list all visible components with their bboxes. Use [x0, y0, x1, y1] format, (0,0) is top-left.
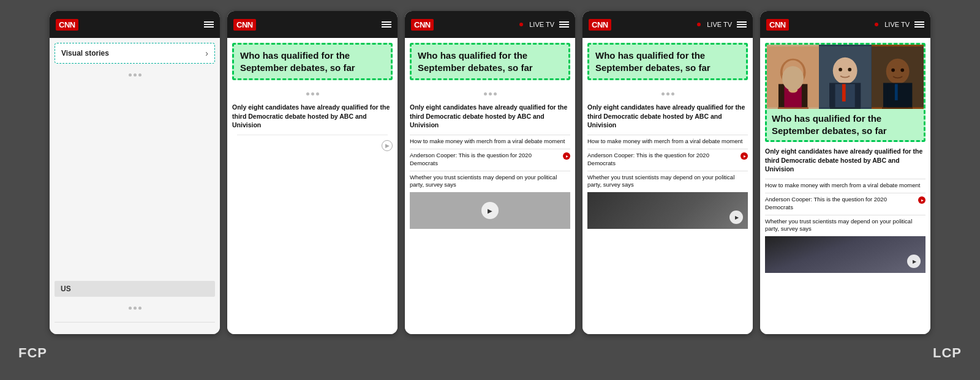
phone-frame-2: CNN Who has qualified for the September …	[227, 11, 398, 334]
article-link-3-1[interactable]: How to make money with merch from a vira…	[410, 138, 570, 146]
cnn-logo-2: CNN	[233, 19, 256, 31]
svg-point-21	[900, 69, 904, 72]
main-article-text-5: Only eight candidates have already quali…	[765, 147, 925, 174]
cnn-header-5: CNN LIVE TV	[760, 11, 930, 38]
article-link-4-1[interactable]: How to make money with merch from a vira…	[587, 138, 748, 146]
svg-point-4	[786, 69, 790, 73]
article-link-5-2[interactable]: Anderson Cooper: This is the question fo…	[765, 196, 925, 212]
divider-4b	[587, 149, 748, 149]
divider-3c	[410, 171, 570, 171]
article-body-3: Only eight candidates have already quali…	[405, 83, 575, 334]
visual-stories-bar[interactable]: Visual stories ›	[55, 43, 215, 64]
header-right-4: LIVE TV	[697, 21, 747, 28]
phone-frame-3: CNN LIVE TV Who has qualified for the Se…	[405, 11, 575, 334]
video-play-button-5[interactable]	[907, 255, 921, 268]
live-tv-label-3: LIVE TV	[529, 21, 554, 28]
svg-point-13	[848, 68, 852, 72]
hamburger-menu-5[interactable]	[914, 21, 924, 28]
cnn-logo-4: CNN	[589, 19, 611, 31]
headline-box-3: Who has qualified for the September deba…	[410, 43, 570, 80]
play-icon-3	[563, 152, 570, 160]
link-text-3-3: Whether you trust scientists may depend …	[410, 174, 570, 190]
headline-text-2: Who has qualified for the September deba…	[240, 50, 385, 73]
headline-text-4: Who has qualified for the September deba…	[595, 50, 740, 73]
labels-row: FCP LCP	[0, 339, 980, 367]
svg-rect-15	[842, 84, 846, 101]
headline-text-3: Who has qualified for the September deba…	[418, 50, 562, 73]
header-right-5: LIVE TV	[875, 21, 924, 28]
article-link-3-2[interactable]: Anderson Cooper: This is the question fo…	[410, 152, 570, 168]
article-link-5-1[interactable]: How to make money with merch from a vira…	[765, 182, 925, 190]
play-icon-5	[918, 196, 925, 204]
cnn-header-3: CNN LIVE TV	[405, 11, 575, 38]
hamburger-menu-2[interactable]	[382, 21, 391, 28]
link-text-5-1: How to make money with merch from a vira…	[765, 182, 920, 190]
separator-2	[237, 135, 388, 135]
link-text-5-3: Whether you trust scientists may depend …	[765, 218, 925, 234]
visual-stories-label: Visual stories	[61, 49, 109, 58]
play-icon-4	[741, 152, 748, 160]
article-body-2: Only eight candidates have already quali…	[227, 83, 398, 334]
divider-5c	[765, 215, 925, 215]
phone-content-1: Visual stories › US	[50, 38, 220, 334]
us-section-label: US	[55, 281, 215, 297]
candidate-image	[767, 45, 924, 109]
hamburger-menu-1[interactable]	[204, 21, 214, 28]
video-play-button-4[interactable]	[729, 210, 743, 224]
svg-point-12	[839, 68, 843, 72]
svg-point-7	[788, 87, 797, 92]
divider-4a	[587, 135, 748, 135]
svg-point-5	[796, 69, 799, 73]
biden-image	[819, 45, 871, 109]
main-article-text-4: Only eight candidates have already quali…	[587, 103, 748, 130]
main-article-text-3: Only eight candidates have already quali…	[410, 103, 570, 130]
loading-dots-4	[410, 85, 570, 103]
video-play-button-3[interactable]: ▶	[481, 202, 499, 219]
svg-point-20	[891, 69, 895, 72]
divider-3b	[410, 149, 570, 149]
cnn-logo-3: CNN	[411, 19, 434, 31]
article-content-5: Who has qualified for the September deba…	[760, 38, 930, 334]
loading-dots-5	[587, 85, 748, 103]
cnn-header-1: CNN	[50, 11, 220, 38]
article-body-5: Only eight candidates have already quali…	[760, 144, 930, 334]
article-link-5-3[interactable]: Whether you trust scientists may depend …	[765, 218, 925, 234]
article-content-2: Who has qualified for the September deba…	[227, 38, 398, 334]
link-text-4-1: How to make money with merch from a vira…	[587, 138, 742, 146]
share-icon-2[interactable]: ▶	[382, 140, 393, 151]
article-link-3-3[interactable]: Whether you trust scientists may depend …	[410, 174, 570, 190]
loading-dots-2	[50, 299, 220, 317]
headline-text-5: Who has qualified for the September deba…	[772, 113, 919, 136]
live-dot-4	[697, 23, 701, 26]
divider-3a	[410, 135, 570, 135]
link-text-5-2: Anderson Cooper: This is the question fo…	[765, 196, 916, 212]
cnn-header-4: CNN LIVE TV	[582, 11, 753, 38]
article-link-4-2[interactable]: Anderson Cooper: This is the question fo…	[587, 152, 748, 168]
hamburger-menu-4[interactable]	[737, 21, 747, 28]
divider-5a	[765, 179, 925, 179]
cnn-header-2: CNN	[227, 11, 398, 38]
headline-box-4: Who has qualified for the September deba…	[587, 43, 748, 80]
phone-frame-5: CNN LIVE TV	[760, 11, 930, 334]
cnn-logo-5: CNN	[766, 19, 789, 31]
screenshots-container: CNN Visual stories › US CNN	[0, 0, 980, 334]
live-tv-label-5: LIVE TV	[884, 21, 910, 28]
headline-box-2: Who has qualified for the September deba…	[232, 43, 393, 80]
link-text-4-2: Anderson Cooper: This is the question fo…	[587, 152, 738, 168]
article-content-3: Who has qualified for the September deba…	[405, 38, 575, 334]
divider-4c	[587, 171, 748, 171]
article-content-4: Who has qualified for the September deba…	[582, 38, 753, 334]
booker-image	[872, 45, 924, 109]
article-link-4-3[interactable]: Whether you trust scientists may depend …	[587, 174, 748, 190]
link-text-3-1: How to make money with merch from a vira…	[410, 138, 565, 146]
video-thumb-3: ▶	[410, 192, 570, 229]
hamburger-menu-3[interactable]	[559, 21, 569, 28]
cnn-logo-1: CNN	[56, 19, 78, 31]
article-body-4: Only eight candidates have already quali…	[582, 83, 753, 334]
loading-dots-1	[50, 66, 220, 84]
live-tv-label-4: LIVE TV	[707, 21, 732, 28]
svg-rect-23	[895, 84, 898, 100]
link-text-4-3: Whether you trust scientists may depend …	[587, 174, 748, 190]
svg-rect-6	[784, 86, 801, 107]
kamala-image	[767, 45, 819, 109]
